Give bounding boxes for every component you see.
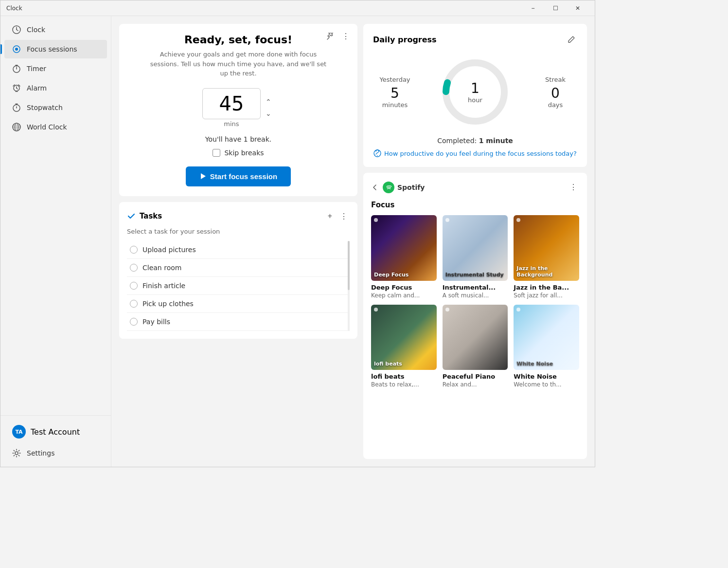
task-label-4: Pick up clothes	[142, 300, 194, 308]
tasks-more-button[interactable]: ⋮	[338, 210, 350, 223]
playlist-thumb-peaceful-piano	[443, 305, 508, 370]
start-focus-session-button[interactable]: Start focus session	[186, 166, 291, 186]
yesterday-unit: minutes	[373, 101, 417, 109]
sidebar-label-focus: Focus sessions	[27, 45, 77, 53]
tasks-scrollbar-thumb	[348, 241, 350, 291]
spotify-name: Spotify	[397, 183, 425, 191]
task-radio-4[interactable]	[130, 300, 138, 308]
svg-line-12	[17, 88, 18, 89]
task-item[interactable]: Pick up clothes	[127, 295, 350, 313]
playlist-desc-jazz: Soft jazz for all...	[514, 292, 579, 299]
playlist-item-jazz[interactable]: Jazz in the Background Jazz in the Ba...…	[514, 215, 579, 299]
task-item[interactable]: Pay bills	[127, 313, 350, 331]
sidebar-item-stopwatch[interactable]: Stopwatch	[4, 98, 107, 117]
add-task-button[interactable]: +	[326, 210, 334, 223]
task-label-3: Finish article	[142, 282, 185, 290]
task-item[interactable]: Finish article	[127, 277, 350, 295]
playlist-desc-instrumental: A soft musical...	[443, 292, 508, 299]
streak-unit: days	[533, 101, 577, 109]
playlist-name-deep-focus: Deep Focus	[371, 284, 437, 291]
svg-point-4	[15, 48, 18, 51]
task-radio-2[interactable]	[130, 264, 138, 272]
task-label-2: Clean room	[142, 264, 181, 272]
task-list: Upload pictures Clean room Finish articl…	[127, 241, 350, 331]
playlist-item-white-noise[interactable]: White Noise White Noise Welcome to th...	[514, 305, 579, 388]
spotify-card: Spotify ⋮ Focus Deep Focus Deep Focus Ke…	[363, 173, 587, 459]
timer-icon	[12, 64, 21, 73]
daily-goal-unit: hour	[468, 96, 482, 104]
sidebar-item-alarm[interactable]: Alarm	[4, 79, 107, 97]
playlist-item-deep-focus[interactable]: Deep Focus Deep Focus Keep calm and...	[371, 215, 437, 299]
task-item[interactable]: Upload pictures	[127, 241, 350, 259]
sidebar-bottom: TA Test Account Settings	[0, 415, 111, 463]
break-text: You'll have 1 break.	[129, 135, 348, 143]
time-decrease-button[interactable]: ⌄	[263, 109, 274, 118]
sidebar-item-world-clock[interactable]: World Clock	[4, 118, 107, 136]
playlist-item-lofi[interactable]: lofi beats lofi beats Beats to relax,...	[371, 305, 437, 388]
playlist-desc-white-noise: Welcome to th...	[514, 381, 579, 388]
yesterday-label: Yesterday	[373, 76, 417, 83]
playlist-desc-peaceful-piano: Relax and...	[443, 381, 508, 388]
progress-header: Daily progress	[373, 34, 577, 45]
sidebar-item-clock[interactable]: Clock	[4, 20, 107, 39]
task-label-1: Upload pictures	[142, 246, 196, 254]
left-panel: ⋮ Ready, set, focus! Achieve your goals …	[119, 24, 363, 459]
time-increase-button[interactable]: ⌃	[263, 97, 274, 107]
yesterday-value: 5	[373, 85, 417, 101]
more-options-button[interactable]: ⋮	[340, 30, 352, 43]
spotify-header: Spotify ⋮	[371, 181, 579, 194]
playlist-item-instrumental[interactable]: Instrumental Study Instrumental... A sof…	[443, 215, 508, 299]
time-unit: mins	[202, 120, 261, 128]
sidebar-label-stopwatch: Stopwatch	[27, 104, 63, 111]
sidebar-item-focus-sessions[interactable]: Focus sessions	[4, 40, 107, 58]
sidebar: Clock Focus sessions Timer	[0, 16, 111, 467]
playlist-item-peaceful-piano[interactable]: Peaceful Piano Relax and...	[443, 305, 508, 388]
sidebar-item-timer[interactable]: Timer	[4, 59, 107, 78]
playlist-name-white-noise: White Noise	[514, 373, 579, 380]
playlist-thumb-white-noise: White Noise	[514, 305, 579, 370]
account-name: Test Account	[31, 427, 80, 437]
settings-icon	[12, 449, 21, 458]
spotify-more-button[interactable]: ⋮	[568, 181, 579, 194]
task-radio-3[interactable]	[130, 282, 138, 290]
minimize-button[interactable]: −	[522, 0, 544, 16]
time-arrows: ⌃ ⌄	[263, 97, 274, 118]
feedback-link[interactable]: How productive do you feel during the fo…	[373, 149, 577, 157]
time-value[interactable]: 45	[202, 88, 261, 119]
tasks-card: Tasks + ⋮ Select a task for your session…	[119, 202, 357, 339]
clock-icon	[12, 25, 21, 34]
maximize-button[interactable]: ☐	[544, 0, 567, 16]
edit-goal-button[interactable]	[566, 34, 577, 45]
pin-button[interactable]	[324, 31, 336, 42]
playlist-desc-deep-focus: Keep calm and...	[371, 292, 437, 299]
streak-stat: Streak 0 days	[533, 76, 577, 109]
focus-card-description: Achieve your goals and get more done wit…	[146, 50, 331, 78]
account-item[interactable]: TA Test Account	[4, 420, 107, 443]
tasks-scrollbar[interactable]	[348, 241, 350, 331]
main-content: ⋮ Ready, set, focus! Achieve your goals …	[111, 16, 595, 467]
tasks-actions: + ⋮	[326, 210, 350, 223]
stopwatch-icon	[12, 103, 21, 112]
completed-value: 1 minute	[479, 137, 513, 145]
time-picker: 45 mins ⌃ ⌄	[129, 88, 348, 128]
focus-card-title: Ready, set, focus!	[129, 34, 348, 46]
task-radio-5[interactable]	[130, 318, 138, 326]
task-item[interactable]: Clean room	[127, 259, 350, 277]
playlist-thumb-jazz: Jazz in the Background	[514, 215, 579, 281]
tasks-check-icon	[127, 212, 136, 220]
close-button[interactable]: ✕	[567, 0, 589, 16]
svg-marker-25	[201, 173, 206, 179]
titlebar: Clock − ☐ ✕	[0, 0, 595, 16]
playlist-desc-lofi: Beats to relax,...	[371, 381, 437, 388]
app-title: Clock	[6, 5, 522, 12]
sidebar-item-settings[interactable]: Settings	[4, 444, 107, 462]
feedback-text: How productive do you feel during the fo…	[384, 150, 577, 157]
yesterday-stat: Yesterday 5 minutes	[373, 76, 417, 109]
svg-point-23	[15, 452, 18, 455]
window-controls: − ☐ ✕	[522, 0, 589, 16]
task-radio-1[interactable]	[130, 246, 138, 254]
skip-breaks-checkbox[interactable]	[213, 149, 220, 157]
sidebar-label-alarm: Alarm	[27, 84, 47, 92]
alarm-icon	[12, 84, 21, 92]
spotify-back-button[interactable]	[371, 182, 383, 193]
